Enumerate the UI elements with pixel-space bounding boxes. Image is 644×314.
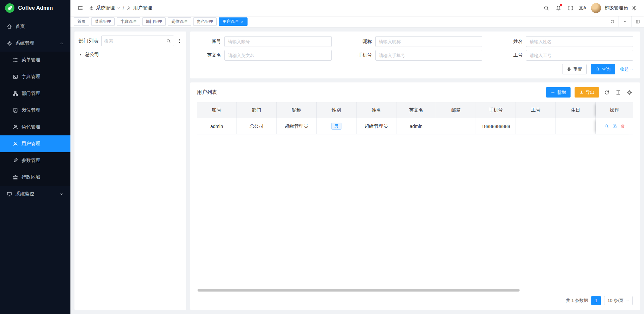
nickname-input[interactable] [375,36,483,47]
monitor-icon [7,191,12,197]
horizontal-scrollbar[interactable] [198,289,633,292]
collapse-filter-toggle[interactable]: 收起 [620,66,633,72]
phone-input[interactable] [375,50,483,61]
column-header-account: 账号 [197,102,237,118]
search-icon [604,124,609,128]
table-toolbar: 新增 导出 [546,87,633,98]
chevron-down-icon [623,19,627,24]
download-icon [579,90,584,95]
column-header-work-no: 工号 [516,102,556,118]
english-name-input[interactable] [224,50,332,61]
edit-button[interactable] [612,124,617,128]
header-search-button[interactable] [541,2,552,14]
tab-menu-mgmt[interactable]: 菜单管理 [91,17,115,26]
column-settings-button[interactable] [626,89,633,96]
field-label: 手机号 [348,52,372,58]
username[interactable]: 超级管理员 [604,5,628,11]
settings-button[interactable] [629,2,640,14]
tree-node-root[interactable]: 总公司 [78,52,182,58]
refresh-table-button[interactable] [603,89,610,96]
search-button[interactable]: 查询 [591,64,615,74]
notifications-button[interactable] [553,2,564,14]
content-fullscreen-button[interactable] [631,16,644,27]
chevron-down-icon [117,6,120,10]
density-button[interactable] [614,89,622,96]
person-icon [13,141,18,146]
sidebar-item-label: 首页 [15,23,25,29]
tab-role-mgmt[interactable]: 角色管理 [193,17,217,26]
gear-icon [627,90,632,95]
cell-actions [596,118,633,134]
add-user-button[interactable]: 新增 [546,87,571,98]
tab-label: 岗位管理 [171,19,187,24]
sidebar-item-dict-mgmt[interactable]: 字典管理 [0,68,70,85]
breadcrumb-item-system[interactable]: 系统管理 [96,5,115,11]
sidebar-item-label: 菜单管理 [21,57,40,63]
table-empty-space [197,134,633,289]
table-header-row: 账号 部门 昵称 性别 姓名 英文名 邮箱 手机号 工号 生日 操作 [197,102,633,118]
table-row[interactable]: admin 总公司 超级管理员 男 超级管理员 admin 1888888888… [197,118,633,134]
list-icon [13,57,18,63]
reset-button-label: 重置 [573,66,582,72]
refresh-tabs-button[interactable] [606,16,619,27]
field-english-name: 英文名 [197,50,332,61]
page-size-value: 10 条/页 [607,298,624,304]
department-search-input[interactable] [101,36,163,46]
translate-icon: 文A [579,5,586,11]
fullscreen-button[interactable] [565,2,576,14]
tab-label: 菜单管理 [95,19,111,24]
sidebar-item-post-mgmt[interactable]: 岗位管理 [0,102,70,119]
collapse-menu-icon [77,5,83,11]
view-button[interactable] [604,124,609,128]
tab-user-mgmt[interactable]: 用户管理 [219,17,248,26]
tab-actions-dropdown[interactable] [619,16,631,27]
more-options-button[interactable] [177,38,182,44]
page-button-1[interactable]: 1 [591,296,601,305]
tab-post-mgmt[interactable]: 岗位管理 [168,17,191,26]
user-avatar[interactable] [591,3,601,13]
system-submenu: 菜单管理 字典管理 部门管理 岗位管理 角色管理 [0,52,70,186]
tab-label: 用户管理 [222,19,238,24]
sidebar-item-menu-mgmt[interactable]: 菜单管理 [0,52,70,68]
collapse-sidebar-button[interactable] [74,2,86,14]
gear-icon [89,6,94,10]
breadcrumb-separator: / [123,5,124,11]
sidebar-item-role-mgmt[interactable]: 角色管理 [0,119,70,135]
department-search-button[interactable] [163,36,174,46]
tab-bar: 首页 菜单管理 字典管理 部门管理 岗位管理 角色管理 用户管理 [70,16,644,27]
sidebar-item-system-monitor[interactable]: 系统监控 [0,186,70,202]
app-logo[interactable]: Coffee Admin [0,0,70,16]
tab-dept-mgmt[interactable]: 部门管理 [142,17,166,26]
sidebar-item-home[interactable]: 首页 [0,18,70,35]
fullscreen-icon [568,5,573,11]
user-table: 账号 部门 昵称 性别 姓名 英文名 邮箱 手机号 工号 生日 操作 [197,102,633,134]
cell-dept: 总公司 [237,118,277,134]
sidebar-item-label: 用户管理 [21,141,40,147]
cell-birthday [556,118,596,134]
tab-home[interactable]: 首页 [74,17,89,26]
delete-button[interactable] [621,124,625,128]
sidebar-item-param-mgmt[interactable]: 参数管理 [0,152,70,169]
sidebar-item-region-mgmt[interactable]: 行政区域 [0,169,70,186]
language-button[interactable]: 文A [577,2,588,14]
collapse-label: 收起 [620,66,629,72]
tab-dict-mgmt[interactable]: 字典管理 [117,17,140,26]
sidebar-item-user-mgmt[interactable]: 用户管理 [0,135,70,152]
chevron-down-icon [59,192,64,196]
sidebar-item-system-mgmt[interactable]: 系统管理 [0,35,70,52]
export-button[interactable]: 导出 [575,87,599,98]
reset-button[interactable]: 重置 [562,64,587,74]
name-input[interactable] [526,36,633,47]
sidebar: Coffee Admin 首页 系统管理 菜单管理 字典管理 [0,0,70,314]
department-panel: 部门列表 总公司 [74,32,186,310]
work-no-input[interactable] [526,50,633,61]
account-input[interactable] [224,36,332,47]
close-icon[interactable] [240,20,244,23]
sidebar-item-dept-mgmt[interactable]: 部门管理 [0,85,70,102]
person-icon [126,6,131,10]
refresh-icon [610,19,614,24]
page-size-select[interactable]: 10 条/页 [604,296,633,305]
scrollbar-thumb[interactable] [198,289,520,292]
caret-right-icon[interactable] [78,53,83,57]
field-label: 账号 [197,39,221,45]
